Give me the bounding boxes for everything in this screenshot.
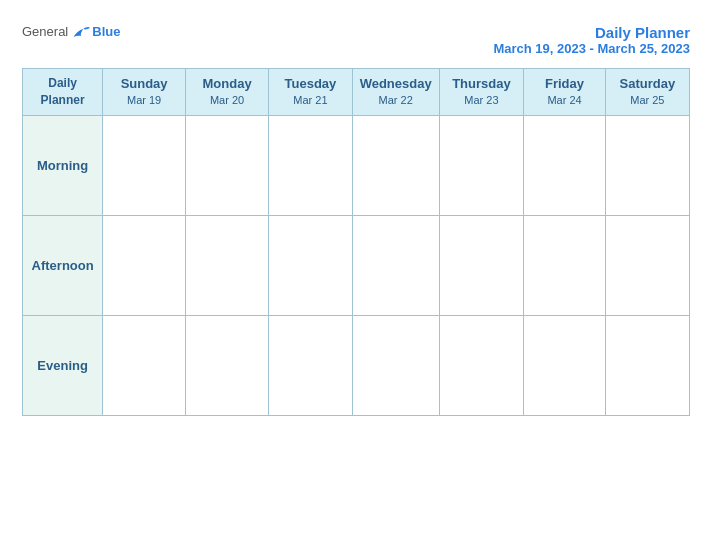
header-saturday: Saturday Mar 25	[605, 69, 689, 116]
logo-blue-text: Blue	[92, 24, 120, 39]
header-tuesday: Tuesday Mar 21	[269, 69, 353, 116]
logo-area: General Blue	[22, 24, 120, 39]
cell-afternoon-wed[interactable]	[352, 215, 439, 315]
logo-general-text: General	[22, 24, 68, 39]
logo: General Blue	[22, 24, 120, 39]
cell-afternoon-thu[interactable]	[439, 215, 524, 315]
cell-evening-fri[interactable]	[524, 315, 606, 415]
cell-morning-wed[interactable]	[352, 115, 439, 215]
label-morning: Morning	[23, 115, 103, 215]
header-sunday: Sunday Mar 19	[103, 69, 186, 116]
row-morning: Morning	[23, 115, 690, 215]
cell-evening-sun[interactable]	[103, 315, 186, 415]
header: General Blue Daily Planner March 19, 202…	[22, 24, 690, 56]
label-evening: Evening	[23, 315, 103, 415]
header-thursday: Thursday Mar 23	[439, 69, 524, 116]
cell-evening-thu[interactable]	[439, 315, 524, 415]
title-area: Daily Planner March 19, 2023 - March 25,…	[493, 24, 690, 56]
cell-afternoon-sun[interactable]	[103, 215, 186, 315]
label-afternoon: Afternoon	[23, 215, 103, 315]
cell-afternoon-tue[interactable]	[269, 215, 353, 315]
cell-morning-thu[interactable]	[439, 115, 524, 215]
cell-morning-mon[interactable]	[186, 115, 269, 215]
row-evening: Evening	[23, 315, 690, 415]
cell-afternoon-mon[interactable]	[186, 215, 269, 315]
cell-morning-fri[interactable]	[524, 115, 606, 215]
cell-evening-wed[interactable]	[352, 315, 439, 415]
cell-morning-sat[interactable]	[605, 115, 689, 215]
planner-title: Daily Planner	[493, 24, 690, 41]
cell-evening-sat[interactable]	[605, 315, 689, 415]
calendar-table: DailyPlanner Sunday Mar 19 Monday Mar 20…	[22, 68, 690, 416]
header-label: DailyPlanner	[23, 69, 103, 116]
cell-evening-tue[interactable]	[269, 315, 353, 415]
page: General Blue Daily Planner March 19, 202…	[6, 10, 706, 540]
cell-morning-tue[interactable]	[269, 115, 353, 215]
header-monday: Monday Mar 20	[186, 69, 269, 116]
date-range: March 19, 2023 - March 25, 2023	[493, 41, 690, 56]
header-wednesday: Wednesday Mar 22	[352, 69, 439, 116]
cell-morning-sun[interactable]	[103, 115, 186, 215]
cell-afternoon-sat[interactable]	[605, 215, 689, 315]
row-afternoon: Afternoon	[23, 215, 690, 315]
cell-afternoon-fri[interactable]	[524, 215, 606, 315]
logo-bird-icon	[72, 25, 90, 39]
calendar-header-row: DailyPlanner Sunday Mar 19 Monday Mar 20…	[23, 69, 690, 116]
header-friday: Friday Mar 24	[524, 69, 606, 116]
cell-evening-mon[interactable]	[186, 315, 269, 415]
